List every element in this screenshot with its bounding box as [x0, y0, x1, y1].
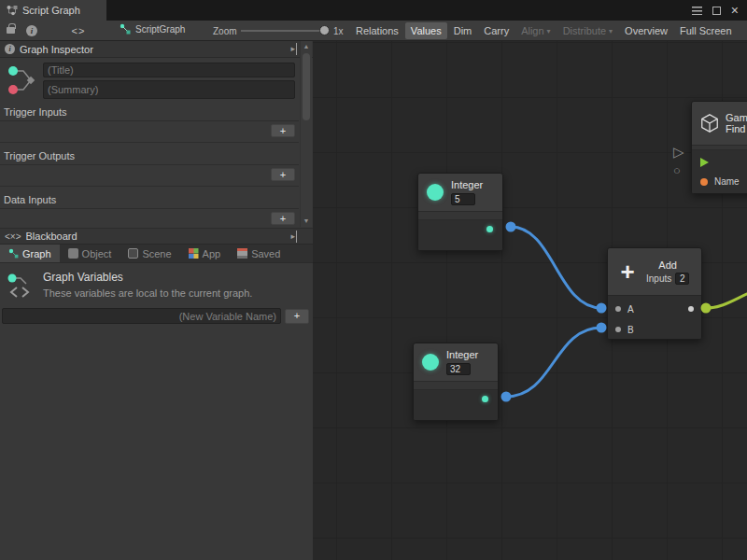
tab-script-graph[interactable]: Script Graph — [0, 0, 106, 21]
dim-button[interactable]: Dim — [448, 22, 478, 39]
scroll-up-icon[interactable]: ▲ — [301, 41, 312, 52]
distribute-button[interactable]: Distribute ▾ — [557, 22, 618, 39]
window-menu-icon[interactable] — [692, 7, 702, 15]
new-variable-input[interactable] — [2, 308, 281, 324]
sidebar: i Graph Inspector ▸ Trigger Inputs — [0, 41, 313, 560]
divider — [0, 186, 299, 187]
breadcrumb-label: ScriptGraph — [135, 24, 185, 35]
tab-saved-label: Saved — [251, 248, 280, 259]
output-port-dot[interactable] — [486, 226, 493, 232]
distribute-label: Distribute — [563, 25, 606, 36]
trigger-inputs-section: Trigger Inputs + — [0, 106, 299, 143]
trigger-port-icon[interactable]: ▷ — [673, 144, 684, 161]
graph-icon — [6, 63, 37, 98]
align-button[interactable]: Align ▾ — [515, 22, 556, 39]
wire-endpoint[interactable] — [506, 222, 516, 232]
input-b-label: B — [627, 325, 634, 335]
node-divider — [414, 381, 498, 390]
input-b-port-dot[interactable] — [615, 327, 621, 332]
graph-tab-icon — [8, 248, 19, 259]
info-icon: i — [5, 44, 15, 54]
blackboard-title: Blackboard — [26, 231, 78, 242]
fullscreen-button[interactable]: Full Screen — [674, 22, 738, 39]
script-graph-icon — [7, 5, 18, 16]
node-add[interactable]: + Add Inputs 2 A — [607, 247, 702, 340]
overview-button[interactable]: Overview — [619, 22, 673, 39]
tab-scene-label: Scene — [142, 248, 171, 259]
integer-type-icon — [427, 184, 444, 201]
close-icon[interactable]: × — [731, 6, 739, 15]
scene-tab-icon — [128, 248, 138, 259]
carry-button[interactable]: Carry — [478, 22, 514, 39]
integer-value-field[interactable]: 5 — [451, 193, 475, 205]
wire-endpoint[interactable] — [701, 303, 712, 314]
wire-endpoint[interactable] — [501, 392, 512, 402]
scroll-down-icon[interactable]: ▼ — [301, 216, 312, 227]
node-integer-1[interactable]: Integer 5 — [417, 173, 503, 251]
chevron-down-icon: ▾ — [609, 27, 613, 35]
name-port-dot[interactable] — [700, 178, 708, 186]
wire-integer2-to-add-b[interactable] — [506, 328, 601, 397]
inspector-scrollbar[interactable]: ▲ ▼ — [300, 41, 312, 227]
saved-tab-icon — [237, 248, 247, 259]
breadcrumb[interactable]: ScriptGraph — [120, 23, 185, 35]
add-trigger-output-button[interactable]: + — [271, 168, 295, 181]
tab-object[interactable]: Object — [60, 245, 120, 262]
wire-endpoint[interactable] — [597, 323, 607, 333]
title-field[interactable] — [43, 63, 295, 77]
graph-asset-icon — [120, 23, 131, 35]
tab-graph-label: Graph — [22, 248, 51, 259]
graph-variables-block: Graph Variables These variables are loca… — [0, 263, 313, 304]
collapse-panel-icon[interactable]: ▸ — [290, 43, 297, 55]
values-button[interactable]: Values — [405, 22, 447, 39]
input-a-port-dot[interactable] — [615, 306, 621, 312]
node-title: Integer — [446, 349, 478, 360]
tab-scene[interactable]: Scene — [120, 245, 179, 262]
add-variable-button[interactable]: + — [285, 309, 309, 324]
scrollbar-thumb[interactable] — [303, 53, 310, 120]
edit-graph-button[interactable]: <> — [49, 22, 108, 39]
collapse-panel-icon[interactable]: ▸ — [290, 231, 297, 243]
integer-value-field[interactable]: 32 — [446, 363, 471, 375]
wire-endpoint[interactable] — [597, 303, 607, 314]
graph-variables-icon — [6, 271, 35, 301]
sum-output-port-dot[interactable] — [688, 306, 694, 312]
align-label: Align — [521, 25, 543, 36]
output-port-dot[interactable] — [482, 396, 488, 402]
trigger-in-port-icon[interactable] — [700, 158, 709, 167]
divider — [0, 142, 299, 143]
tab-object-label: Object — [82, 248, 112, 259]
value-port-icon[interactable]: ○ — [673, 163, 681, 177]
node-gameobject-find[interactable]: GameObject Find Name — [691, 101, 747, 194]
trigger-inputs-label: Trigger Inputs — [0, 106, 299, 119]
maximize-icon[interactable] — [712, 7, 721, 15]
blackboard-header: <×> Blackboard ▸ — [0, 228, 313, 245]
tab-app-label: App — [203, 248, 221, 259]
tab-saved[interactable]: Saved — [229, 245, 289, 262]
graph-canvas[interactable]: GameObject Find Name ▷ ○ I — [313, 41, 747, 560]
wire-integer1-to-add-a[interactable] — [511, 227, 601, 308]
object-tab-icon — [68, 248, 78, 259]
zoom-slider[interactable] — [241, 30, 330, 32]
add-icon: + — [616, 259, 639, 284]
node-integer-2[interactable]: Integer 32 — [413, 343, 499, 421]
blackboard-icon: <×> — [5, 231, 21, 242]
node-divider — [418, 211, 502, 220]
graph-variables-title: Graph Variables — [43, 271, 252, 284]
info-icon[interactable]: i — [26, 25, 37, 36]
summary-field[interactable] — [43, 80, 295, 99]
trigger-outputs-section: Trigger Outputs + — [0, 150, 299, 187]
window-titlebar: Script Graph × — [0, 0, 747, 21]
zoom-slider-handle[interactable] — [319, 25, 330, 35]
inputs-label: Inputs — [646, 273, 671, 284]
relations-button[interactable]: Relations — [350, 22, 404, 39]
tab-graph[interactable]: Graph — [0, 245, 60, 262]
lock-icon[interactable] — [7, 27, 15, 34]
add-trigger-input-button[interactable]: + — [271, 124, 295, 137]
add-data-input-button[interactable]: + — [271, 212, 295, 225]
name-port-label: Name — [714, 176, 740, 187]
wire-add-output[interactable] — [706, 289, 747, 308]
tab-app[interactable]: App — [180, 245, 230, 262]
graph-toolbar: i <> ScriptGraph Zoom 1x Relations Value… — [0, 21, 747, 41]
inputs-count-field[interactable]: 2 — [675, 273, 689, 285]
